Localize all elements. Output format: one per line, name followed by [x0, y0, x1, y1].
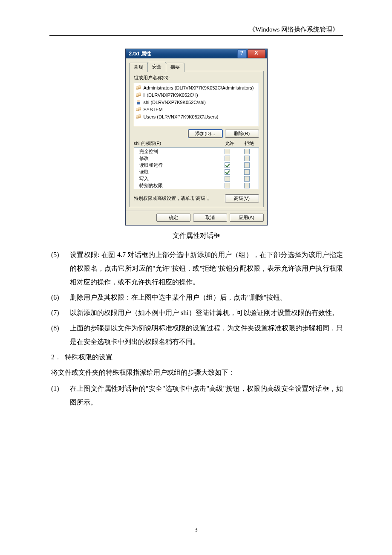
allow-checkbox[interactable]	[225, 156, 230, 161]
permissions-header: shi 的权限(P) 允许 拒绝	[134, 140, 259, 147]
permission-name: 完全控制	[139, 148, 218, 155]
remove-button[interactable]: 删除(R)	[225, 130, 259, 138]
list-item[interactable]: Users (DLRVNXP7K9K052C\Users)	[136, 113, 257, 120]
allow-checkbox[interactable]	[225, 183, 230, 188]
permission-row: 完全控制	[134, 148, 259, 155]
list-item-label: li (DLRVNXP7K9K052C\li)	[144, 92, 198, 98]
list-item-label: Users (DLRVNXP7K9K052C\Users)	[144, 114, 219, 119]
list-item-label: SYSTEM	[144, 107, 163, 112]
list-item-label: shi (DLRVNXP7K9K052C\shi)	[144, 100, 206, 105]
deny-checkbox[interactable]	[244, 183, 250, 188]
tab-summary[interactable]: 摘要	[166, 63, 184, 72]
item-number: (8)	[49, 321, 70, 349]
advanced-button[interactable]: 高级(V)	[225, 194, 259, 202]
list-item-7: (7) 以新添加的权限用户（如本例中用户 shi）登陆计算机，可以验证刚才设置权…	[49, 306, 343, 320]
deny-checkbox[interactable]	[244, 169, 250, 175]
allow-checkbox[interactable]	[225, 169, 230, 175]
list-item[interactable]: shi (DLRVNXP7K9K052C\shi)	[136, 98, 257, 106]
section-number: 2．	[49, 350, 65, 364]
cancel-button[interactable]: 取消	[193, 214, 227, 222]
dialog-titlebar: 2.txt 属性 ? X	[126, 49, 267, 58]
list-item-6: (6) 删除用户及其权限：在上图中选中某个用户（组）后，点击"删除"按钮。	[49, 291, 343, 304]
item-number: (1)	[49, 382, 70, 409]
deny-column-header: 拒绝	[239, 140, 259, 147]
page-header: 《Windows 网络操作系统管理》	[49, 26, 343, 34]
item-text: 以新添加的权限用户（如本例中用户 shi）登陆计算机，可以验证刚才设置权限的有效…	[70, 306, 343, 320]
permissions-list: 完全控制 修改 读取和运行	[134, 147, 259, 189]
group-icon	[136, 107, 142, 112]
dialog-title: 2.txt 属性	[129, 50, 151, 58]
list-item[interactable]: Administrators (DLRVNXP7K9K052C\Administ…	[136, 84, 257, 91]
properties-dialog: 2.txt 属性 ? X 常规 安全 摘要 组或用户名称(G): Adminis…	[125, 49, 268, 225]
section-2: 2． 特殊权限的设置	[49, 350, 343, 364]
permission-name: 读取和运行	[139, 162, 218, 168]
tab-strip: 常规 安全 摘要	[129, 62, 264, 71]
item-text: 设置权限: 在图 4.7 对话框的上部分选中新添加的用户（组），在下部分选择为该…	[70, 248, 343, 289]
tab-security[interactable]: 安全	[147, 62, 166, 71]
item-number: (6)	[49, 291, 70, 304]
apply-button[interactable]: 应用(A)	[230, 214, 264, 222]
allow-checkbox[interactable]	[225, 162, 230, 168]
permission-row: 读取和运行	[134, 162, 259, 168]
group-icon	[136, 92, 142, 98]
item-number: (5)	[49, 248, 70, 289]
list-item-8: (8) 上面的步骤是以文件为例说明标准权限的设置过程，为文件夹设置标准权限的步骤…	[49, 321, 343, 349]
deny-checkbox[interactable]	[244, 162, 250, 168]
advanced-hint: 特别权限或高级设置，请单击"高级"。	[134, 195, 225, 202]
group-icon	[136, 114, 142, 119]
list-item-label: Administrators (DLRVNXP7K9K052C\Administ…	[144, 85, 254, 90]
help-button[interactable]: ?	[237, 49, 247, 58]
deny-checkbox[interactable]	[244, 149, 250, 154]
permission-row: 读取	[134, 168, 259, 175]
list-item[interactable]: li (DLRVNXP7K9K052C\li)	[136, 91, 257, 98]
item-text: 在上图文件属性对话框的"安全"选项卡中点击"高级"按钮，权限的高级安全设置对话框…	[70, 382, 343, 409]
list-item-5: (5) 设置权限: 在图 4.7 对话框的上部分选中新添加的用户（组），在下部分…	[49, 248, 343, 289]
figure-caption: 文件属性对话框	[49, 231, 343, 240]
add-button[interactable]: 添加(D)...	[188, 130, 222, 138]
deny-checkbox[interactable]	[244, 156, 250, 161]
body-text: (5) 设置权限: 在图 4.7 对话框的上部分选中新添加的用户（组），在下部分…	[49, 248, 343, 409]
step-1: (1) 在上图文件属性对话框的"安全"选项卡中点击"高级"按钮，权限的高级安全设…	[49, 382, 343, 409]
permissions-for-label: shi 的权限(P)	[134, 140, 220, 147]
permission-row: 特别的权限	[134, 182, 259, 189]
intro-paragraph: 将文件或文件夹的特殊权限指派给用户或组的步骤大致如下：	[49, 366, 343, 379]
permission-row: 修改	[134, 155, 259, 162]
deny-checkbox[interactable]	[244, 176, 250, 182]
dialog-footer: 确定 取消 应用(A)	[126, 211, 267, 225]
header-rule	[49, 35, 343, 36]
item-text: 上面的步骤是以文件为例说明标准权限的设置过程，为文件夹设置标准权限的步骤相同，只…	[70, 321, 343, 349]
section-title: 特殊权限的设置	[65, 350, 112, 364]
list-item[interactable]: SYSTEM	[136, 106, 257, 113]
figure-dialog: 2.txt 属性 ? X 常规 安全 摘要 组或用户名称(G): Adminis…	[49, 49, 343, 225]
group-users-list[interactable]: Administrators (DLRVNXP7K9K052C\Administ…	[134, 83, 259, 126]
permission-name: 写入	[139, 176, 218, 182]
allow-checkbox[interactable]	[225, 149, 230, 154]
item-number: (7)	[49, 306, 70, 320]
user-icon	[136, 100, 142, 105]
page-number: 3	[0, 526, 392, 534]
permission-name: 特别的权限	[139, 182, 218, 189]
allow-column-header: 允许	[220, 140, 239, 147]
permission-name: 修改	[139, 155, 218, 162]
permission-row: 写入	[134, 175, 259, 182]
permission-name: 读取	[139, 169, 218, 175]
group-users-label: 组或用户名称(G):	[134, 75, 259, 81]
item-text: 删除用户及其权限：在上图中选中某个用户（组）后，点击"删除"按钮。	[70, 291, 343, 304]
allow-checkbox[interactable]	[225, 176, 230, 182]
close-button[interactable]: X	[248, 49, 265, 58]
tab-general[interactable]: 常规	[129, 63, 148, 72]
group-icon	[136, 85, 142, 90]
ok-button[interactable]: 确定	[156, 214, 190, 222]
tab-panel-security: 组或用户名称(G): Administrators (DLRVNXP7K9K05…	[129, 71, 264, 207]
